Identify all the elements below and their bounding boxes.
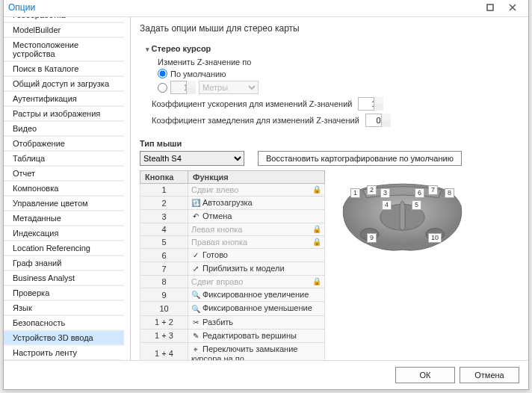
table-row[interactable]: 1 + 2✂Разбить xyxy=(140,315,325,329)
nav-item[interactable]: Геообработка xyxy=(4,17,124,22)
nav-item[interactable]: Отчет xyxy=(4,166,124,181)
mouse-type-group: Тип мыши Stealth S4 Восстановить картогр… xyxy=(140,139,519,360)
function-cell[interactable]: Правая кнопка🔒 xyxy=(188,236,325,249)
titlebar: Опции xyxy=(4,0,528,17)
function-cell[interactable]: ✂Разбить xyxy=(188,315,325,329)
decel-input[interactable] xyxy=(365,114,391,127)
reset-mapping-button[interactable]: Восстановить картографирование по умолча… xyxy=(258,151,462,166)
btn-label-4: 4 xyxy=(382,200,392,210)
z-custom-value xyxy=(170,81,196,94)
button-cell: 7 xyxy=(140,262,188,276)
table-row[interactable]: 4Левая кнопка🔒 xyxy=(140,223,325,236)
button-cell: 9 xyxy=(140,288,188,302)
function-cell[interactable]: ↶Отмена xyxy=(188,210,325,223)
nav-item[interactable]: Отображение xyxy=(4,136,124,151)
z-default-label: По умолчанию xyxy=(170,69,226,78)
button-cell: 2 xyxy=(140,196,188,210)
nav-item[interactable]: Растры и изображения xyxy=(4,106,124,121)
function-cell[interactable]: Левая кнопка🔒 xyxy=(188,223,325,236)
accel-label: Коэффициент ускорения для изменений Z-зн… xyxy=(152,99,352,108)
dialog-footer: ОК Отмена xyxy=(4,361,528,389)
function-cell[interactable]: ✎Редактировать вершины xyxy=(188,329,325,342)
col-function: Функция xyxy=(188,171,325,184)
nav-item[interactable]: Метаданные xyxy=(4,211,124,226)
options-dialog: Опции ПроектТекущие настройкиЕдиницы изм… xyxy=(3,0,529,390)
nav-item[interactable]: Управление цветом xyxy=(4,196,124,211)
button-mapping-table: КнопкаФункция 1Сдвиг влево🔒2🔃Автозагрузк… xyxy=(140,170,325,360)
mouse-type-select[interactable]: Stealth S4 xyxy=(140,151,244,166)
z-unit-select: Метры xyxy=(199,81,259,94)
nav-item[interactable]: Аутентификация xyxy=(4,91,124,106)
mouse-type-heading: Тип мыши xyxy=(140,139,519,148)
lock-icon: 🔒 xyxy=(312,185,321,194)
function-cell[interactable]: 🔍Фиксированное уменьшение xyxy=(188,302,325,315)
nav-item[interactable]: Настроить ленту xyxy=(4,345,124,360)
table-row[interactable]: 8Сдвиг вправо🔒 xyxy=(140,276,325,288)
button-cell: 1 + 3 xyxy=(140,329,188,342)
nav-item[interactable]: Таблица xyxy=(4,151,124,166)
btn-label-8: 8 xyxy=(445,188,454,198)
nav-item[interactable]: Business Analyst xyxy=(4,270,124,285)
function-cell[interactable]: Сдвиг вправо🔒 xyxy=(188,276,325,288)
button-cell: 1 + 4 xyxy=(140,342,188,360)
function-cell[interactable]: ✓Готово xyxy=(188,249,325,262)
table-row[interactable]: 10🔍Фиксированное уменьшение xyxy=(140,302,325,315)
btn-label-9: 9 xyxy=(367,233,377,243)
nav-item[interactable]: Индексация xyxy=(4,226,124,241)
close-button[interactable] xyxy=(501,0,524,16)
nav-item[interactable]: Общий доступ и загрузка xyxy=(4,76,124,91)
nav-item[interactable]: Видео xyxy=(4,121,124,136)
btn-label-1: 1 xyxy=(350,188,360,198)
z-default-radio[interactable] xyxy=(158,69,167,78)
table-row[interactable]: 7⤢Приблизить к модели xyxy=(140,262,325,276)
accel-input[interactable] xyxy=(358,97,383,111)
table-row[interactable]: 1 + 4⌖Переключить замыкание курсора на п… xyxy=(140,342,325,360)
btn-label-5: 5 xyxy=(412,200,421,210)
nav-item[interactable]: Поиск в Каталоге xyxy=(4,61,124,76)
ok-button[interactable]: ОК xyxy=(395,367,455,383)
nav-sidebar[interactable]: ПроектТекущие настройкиЕдиницы измерения… xyxy=(4,17,131,360)
table-row[interactable]: 6✓Готово xyxy=(140,249,325,262)
nav-item[interactable]: Location Referencing xyxy=(4,241,124,256)
lock-icon: 🔒 xyxy=(312,277,321,285)
change-z-label: Изменить Z-значение по xyxy=(158,58,251,66)
function-cell[interactable]: Сдвиг влево🔒 xyxy=(188,184,325,196)
function-icon: ✂ xyxy=(191,318,200,327)
device-diagram: 1 2 3 4 5 6 7 8 9 10 xyxy=(337,175,468,257)
button-cell: 5 xyxy=(140,236,188,249)
stereo-cursor-heading[interactable]: Стерео курсор xyxy=(146,44,519,53)
function-cell[interactable]: 🔍Фиксированное увеличение xyxy=(188,288,325,302)
function-cell[interactable]: ⤢Приблизить к модели xyxy=(188,262,325,276)
nav-item[interactable]: Компоновка xyxy=(4,181,124,196)
nav-item[interactable]: ModelBuilder xyxy=(4,22,124,37)
function-icon: ✓ xyxy=(191,251,200,260)
table-row[interactable]: 1 + 3✎Редактировать вершины xyxy=(140,329,325,342)
table-row[interactable]: 5Правая кнопка🔒 xyxy=(140,236,325,249)
function-cell[interactable]: 🔃Автозагрузка xyxy=(188,196,325,210)
table-row[interactable]: 9🔍Фиксированное увеличение xyxy=(140,288,325,302)
function-cell[interactable]: ⌖Переключить замыкание курсора на по xyxy=(188,342,325,360)
nav-item[interactable]: Язык xyxy=(4,300,124,315)
table-row[interactable]: 2🔃Автозагрузка xyxy=(140,196,325,210)
nav-item[interactable]: Местоположение устройства xyxy=(4,37,124,61)
table-row[interactable]: 3↶Отмена xyxy=(140,210,325,223)
function-icon: ✎ xyxy=(191,332,200,341)
page-title: Задать опции мыши для стерео карты xyxy=(140,23,519,34)
btn-label-10: 10 xyxy=(428,233,442,243)
button-cell: 4 xyxy=(140,223,188,236)
nav-item[interactable]: Проверка xyxy=(4,285,124,300)
window-title: Опции xyxy=(8,2,35,13)
lock-icon: 🔒 xyxy=(312,225,321,233)
stereo-cursor-group: Стерео курсор Изменить Z-значение по По … xyxy=(146,44,519,130)
btn-label-3: 3 xyxy=(380,188,390,198)
cancel-button[interactable]: Отмена xyxy=(460,367,519,383)
table-row[interactable]: 1Сдвиг влево🔒 xyxy=(140,184,325,196)
btn-label-7: 7 xyxy=(428,185,438,195)
nav-item[interactable]: Безопасность xyxy=(4,315,124,330)
nav-item[interactable]: Устройство 3D ввода xyxy=(4,330,124,345)
decel-label: Коэффициент замедления для изменений Z-з… xyxy=(152,116,359,125)
z-custom-radio[interactable] xyxy=(158,83,167,93)
maximize-button[interactable] xyxy=(479,0,501,16)
nav-item[interactable]: Граф знаний xyxy=(4,256,124,270)
btn-label-2: 2 xyxy=(367,185,377,195)
